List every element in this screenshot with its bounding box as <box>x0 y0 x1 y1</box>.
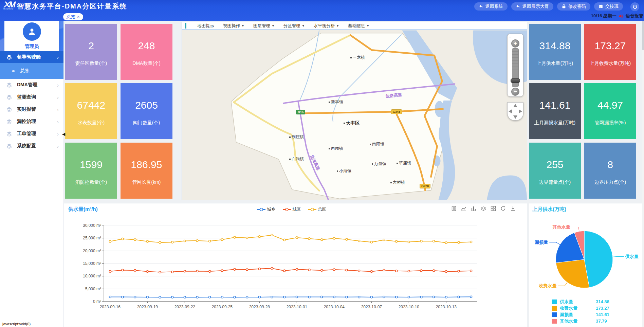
toolbox-line-chart-icon[interactable] <box>461 205 467 212</box>
stat-value: 314.88 <box>529 40 581 52</box>
map-toolbar: 地图提示视图操作▼图层管理▼分区管理▼水平衡分析▼基础信息▼ <box>182 22 527 30</box>
sidebar-item-7[interactable]: 系统配置› <box>0 140 63 152</box>
caret-down-icon: ▼ <box>272 24 275 28</box>
stat-label: DMA数量(个) <box>121 60 172 67</box>
header-button-3[interactable]: 修改密码 <box>557 2 590 11</box>
legend-item-城区[interactable]: 城区 <box>283 206 301 212</box>
header-button-1[interactable]: 返回系统 <box>474 2 508 11</box>
header-button-label: 返回展示大屏 <box>522 3 549 10</box>
sidebar-item-2[interactable]: DMA管理› <box>0 79 63 91</box>
layers-icon <box>6 119 12 125</box>
pie-legend-row-漏损量[interactable]: 漏损量141.61 <box>552 311 609 318</box>
map-zoom-control: + − <box>507 34 523 97</box>
map-toolbar-视图操作[interactable]: 视图操作▼ <box>223 23 244 29</box>
toolbar-item-label: 分区管理 <box>283 23 300 29</box>
toolbox-data-view-icon[interactable] <box>451 205 457 212</box>
header-button-label: 返回系统 <box>485 3 503 10</box>
pie-slice-label: 供水量 <box>625 254 639 259</box>
tab-overview[interactable]: 总览 × <box>63 13 83 20</box>
stat-label: 水表数量(个) <box>65 120 117 126</box>
voice-alarm-label[interactable]: 语音报警 <box>626 13 643 19</box>
date-alarm-row: 10/16 星期一 语音报警 <box>591 13 643 19</box>
sidebar-subitem-总览[interactable]: 总览 <box>0 63 63 79</box>
pie-leader-line <box>572 227 579 232</box>
y-axis-tick-label: 0 m³ <box>70 299 101 304</box>
caret-down-icon: ▼ <box>302 24 305 28</box>
pan-down-arrow[interactable] <box>513 115 517 119</box>
tab-overview-label: 总览 <box>67 14 75 20</box>
layers-icon <box>6 106 12 112</box>
sidebar-item-6[interactable]: 工单管理› <box>0 128 63 140</box>
map-toolbar-基础信息[interactable]: 基础信息▼ <box>348 23 369 29</box>
map-zoom-slider-handle[interactable] <box>511 78 520 83</box>
zoom-control-grip[interactable] <box>508 34 523 39</box>
legend-item-总区[interactable]: 总区 <box>308 206 326 212</box>
x-axis-tick-label: 2023-10-13 <box>432 305 460 309</box>
sidebar-item-1[interactable]: 领导驾驶舱› <box>0 51 63 63</box>
layers-icon <box>6 82 12 88</box>
x-axis-tick-label: 2023-10-10 <box>394 305 423 309</box>
avatar <box>23 22 41 41</box>
map-town-label-刘庄镇: 刘庄镇 <box>289 134 304 140</box>
sidebar-item-4[interactable]: 实时报警› <box>0 103 63 115</box>
legend-value: 141.61 <box>596 312 609 317</box>
pan-right-arrow[interactable] <box>519 109 522 113</box>
layers-icon <box>6 143 12 149</box>
stat-value: 173.27 <box>584 40 636 52</box>
logout-power-button[interactable] <box>630 2 639 11</box>
toolbox-bar-chart-icon[interactable] <box>471 205 477 212</box>
legend-label: 总区 <box>318 206 326 212</box>
town-marker <box>329 102 330 103</box>
header-button-2[interactable]: 返回展示大屏 <box>511 2 553 11</box>
sidebar-item-3[interactable]: 监测查询› <box>0 91 63 103</box>
x-axis-tick-label: 2023-09-19 <box>133 305 162 309</box>
y-axis-tick-label: 20,000 m³ <box>70 249 101 253</box>
pie-slice-供水量[interactable] <box>584 231 613 288</box>
stat-value: 8 <box>584 159 636 170</box>
date-text: 10/16 星期一 <box>591 13 617 19</box>
legend-label: 其他水量 <box>560 318 596 324</box>
pie-legend-row-收费水量[interactable]: 收费水量173.27 <box>552 305 609 311</box>
map-toolbar-地图提示[interactable]: 地图提示 <box>197 23 214 29</box>
sidebar-item-5[interactable]: 漏控治理› <box>0 115 63 128</box>
map-zoom-in-button[interactable]: + <box>511 39 519 48</box>
road-badge-G15: G15 <box>296 110 305 114</box>
stat-value: 67442 <box>65 99 117 111</box>
map-canvas[interactable]: 三龙镇新丰镇刘庄镇西团镇南阳镇白驹镇万盈镇草庙镇小海镇大桥镇大丰区盐洛高速沈海高… <box>182 30 527 200</box>
stat-card-边界流量点(个): 255边界流量点(个) <box>529 143 581 199</box>
legend-item-城乡[interactable]: 城乡 <box>257 206 275 212</box>
sidebar-collapse-handle[interactable]: ◀ <box>62 132 65 137</box>
pie-legend-row-其他水量[interactable]: 其他水量37.79 <box>552 318 609 324</box>
sidebar: 管理员 领导驾驶舱›总览DMA管理›监测查询›实时报警›漏控治理›工单管理›系统… <box>0 12 64 327</box>
pie-slice-收费水量[interactable] <box>556 259 589 288</box>
map-zoom-slider[interactable] <box>512 48 519 87</box>
toolbox-save-image-icon[interactable] <box>510 205 516 212</box>
pie-legend-row-供水量[interactable]: 供水量314.88 <box>552 298 609 305</box>
caret-down-icon: ▼ <box>241 24 244 28</box>
map-toolbar-水平衡分析[interactable]: 水平衡分析▼ <box>314 23 339 29</box>
map-zoom-out-button[interactable]: − <box>511 88 519 96</box>
legend-value: 37.79 <box>596 319 607 324</box>
tab-close-icon[interactable]: × <box>77 14 80 19</box>
browser-status-bar: javascript:void(0) <box>0 321 33 327</box>
sidebar-item-label: 漏控治理 <box>17 119 36 125</box>
map-toolbar-图层管理[interactable]: 图层管理▼ <box>253 23 275 29</box>
toolbox-tile-icon[interactable] <box>490 205 496 212</box>
toolbox-stack-icon[interactable] <box>480 205 486 212</box>
pan-up-arrow[interactable] <box>513 104 517 107</box>
x-axis-tick-label: 2023-09-16 <box>96 305 124 309</box>
toolbox-restore-icon[interactable] <box>500 205 506 212</box>
map-toolbar-分区管理[interactable]: 分区管理▼ <box>283 23 305 29</box>
toolbar-accent-bar <box>185 23 186 29</box>
stat-value: 1599 <box>65 159 117 170</box>
sidebar-item-label: 系统配置 <box>17 143 36 149</box>
toolbar-item-label: 水平衡分析 <box>314 23 335 29</box>
legend-label: 漏损量 <box>560 312 596 318</box>
pan-left-arrow[interactable] <box>509 109 512 113</box>
page-scrollbar[interactable] <box>642 12 644 327</box>
legend-label: 城区 <box>293 206 301 212</box>
town-marker <box>372 163 373 165</box>
header-button-4[interactable]: 交接班 <box>594 2 623 11</box>
stat-card-上月供水量(万吨): 314.88上月供水量(万吨) <box>529 24 581 80</box>
stat-label: 上月漏损水量(万吨) <box>529 120 581 126</box>
